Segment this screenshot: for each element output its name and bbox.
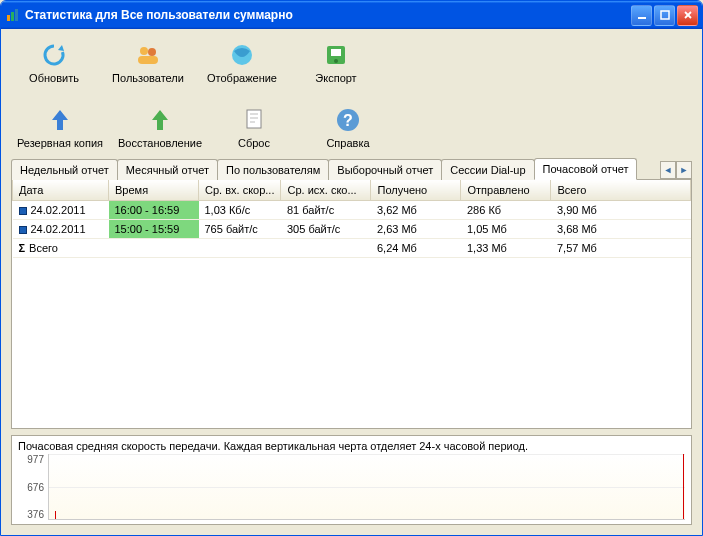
export-icon: [320, 39, 352, 71]
row-icon: [19, 226, 27, 234]
svg-point-13: [334, 59, 338, 63]
export-button[interactable]: Экспорт: [293, 37, 379, 86]
svg-rect-1: [11, 12, 14, 21]
users-label: Пользователи: [112, 72, 184, 84]
col-total[interactable]: Всего: [551, 180, 691, 200]
tab-scroll-right[interactable]: ►: [676, 161, 692, 179]
svg-rect-3: [638, 17, 646, 19]
tab-weekly[interactable]: Недельный отчет: [11, 159, 118, 180]
display-icon: [226, 39, 258, 71]
help-label: Справка: [326, 137, 369, 149]
svg-rect-12: [331, 49, 341, 56]
help-icon: ?: [332, 104, 364, 136]
maximize-button[interactable]: [654, 5, 675, 26]
col-avg-in[interactable]: Ср. вх. скор...: [199, 180, 281, 200]
tab-scroll: ◄ ►: [660, 161, 692, 179]
col-date[interactable]: Дата: [13, 180, 109, 200]
refresh-label: Обновить: [29, 72, 79, 84]
svg-rect-0: [7, 15, 10, 21]
app-icon: [5, 7, 21, 23]
column-headers: Дата Время Ср. вх. скор... Ср. исх. ско.…: [13, 180, 691, 200]
reset-icon: [238, 104, 270, 136]
content-area: Обновить Пользователи Отображение Экспор…: [1, 29, 702, 535]
svg-text:?: ?: [343, 112, 353, 129]
close-button[interactable]: [677, 5, 698, 26]
backup-icon: [44, 104, 76, 136]
table-row[interactable]: 24.02.2011 16:00 - 16:59 1,03 Кб/с 81 ба…: [13, 200, 691, 219]
help-button[interactable]: ? Справка: [305, 102, 391, 151]
app-window: Статистика для Все пользователи суммарно…: [0, 0, 703, 536]
window-controls: [631, 5, 698, 26]
tab-byuser[interactable]: По пользователям: [217, 159, 329, 180]
toolbar: Обновить Пользователи Отображение Экспор…: [11, 35, 692, 157]
window-title: Статистика для Все пользователи суммарно: [25, 8, 631, 22]
tab-dialup[interactable]: Сессии Dial-up: [441, 159, 534, 180]
restore-label: Восстановление: [118, 137, 202, 149]
tab-monthly[interactable]: Месячный отчет: [117, 159, 218, 180]
svg-rect-14: [247, 110, 261, 128]
display-button[interactable]: Отображение: [199, 37, 285, 86]
total-row[interactable]: ΣВсего 6,24 Мб 1,33 Мб 7,57 Мб: [13, 238, 691, 257]
users-icon: [132, 39, 164, 71]
tab-hourly[interactable]: Почасовой отчет: [534, 158, 638, 180]
restore-button[interactable]: Восстановление: [117, 102, 203, 151]
refresh-button[interactable]: Обновить: [11, 37, 97, 86]
refresh-icon: [38, 39, 70, 71]
minimize-button[interactable]: [631, 5, 652, 26]
table-row[interactable]: 24.02.2011 15:00 - 15:59 765 байт/с 305 …: [13, 219, 691, 238]
users-button[interactable]: Пользователи: [105, 37, 191, 86]
col-avg-out[interactable]: Ср. исх. ско...: [281, 180, 371, 200]
tab-selective[interactable]: Выборочный отчет: [328, 159, 442, 180]
row-icon: [19, 207, 27, 215]
col-sent[interactable]: Отправлено: [461, 180, 551, 200]
svg-rect-2: [15, 9, 18, 21]
chart-panel: Почасовая средняя скорость передачи. Каж…: [11, 435, 692, 525]
chart-y-axis: 977 676 376: [18, 454, 48, 520]
chart-plot: [48, 454, 685, 520]
svg-point-8: [148, 48, 156, 56]
col-received[interactable]: Получено: [371, 180, 461, 200]
reset-label: Сброс: [238, 137, 270, 149]
svg-rect-9: [138, 56, 158, 64]
reset-button[interactable]: Сброс: [211, 102, 297, 151]
display-label: Отображение: [207, 72, 277, 84]
backup-button[interactable]: Резервная копия: [11, 102, 109, 151]
sigma-icon: Σ: [19, 242, 26, 254]
export-label: Экспорт: [315, 72, 356, 84]
svg-rect-4: [661, 11, 669, 19]
backup-label: Резервная копия: [17, 137, 103, 149]
data-grid: Дата Время Ср. вх. скор... Ср. исх. ско.…: [11, 180, 692, 429]
tab-scroll-left[interactable]: ◄: [660, 161, 676, 179]
tab-bar: Недельный отчет Месячный отчет По пользо…: [11, 157, 692, 180]
restore-icon: [144, 104, 176, 136]
chart-caption: Почасовая средняя скорость передачи. Каж…: [18, 440, 685, 452]
col-time[interactable]: Время: [109, 180, 199, 200]
titlebar[interactable]: Статистика для Все пользователи суммарно: [1, 1, 702, 29]
svg-point-7: [140, 47, 148, 55]
